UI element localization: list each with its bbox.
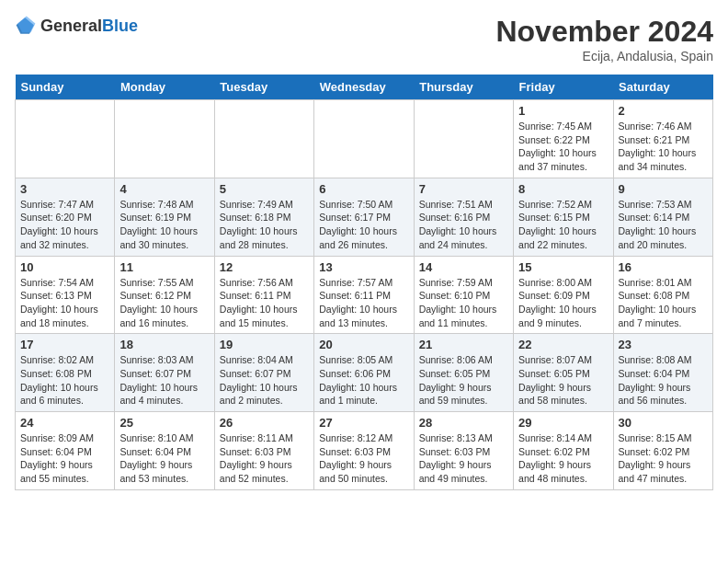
day-number: 21	[419, 338, 508, 351]
day-cell: 1Sunrise: 7:45 AM Sunset: 6:22 PM Daylig…	[514, 100, 613, 178]
day-number: 22	[518, 338, 608, 351]
day-cell: 17Sunrise: 8:02 AM Sunset: 6:08 PM Dayli…	[16, 334, 115, 412]
day-cell: 4Sunrise: 7:48 AM Sunset: 6:19 PM Daylig…	[115, 178, 214, 256]
day-cell: 23Sunrise: 8:08 AM Sunset: 6:04 PM Dayli…	[613, 334, 712, 412]
weekday-header-tuesday: Tuesday	[214, 75, 313, 100]
weekday-header-thursday: Thursday	[414, 75, 513, 100]
weekday-header-sunday: Sunday	[16, 75, 115, 100]
day-info: Sunrise: 8:09 AM Sunset: 6:04 PM Dayligh…	[20, 431, 109, 486]
day-info: Sunrise: 7:49 AM Sunset: 6:18 PM Dayligh…	[220, 198, 309, 252]
day-number: 19	[220, 338, 309, 351]
day-cell: 8Sunrise: 7:52 AM Sunset: 6:15 PM Daylig…	[514, 178, 613, 256]
day-info: Sunrise: 8:15 AM Sunset: 6:02 PM Dayligh…	[619, 431, 708, 486]
day-number: 15	[518, 260, 608, 274]
day-cell: 30Sunrise: 8:15 AM Sunset: 6:02 PM Dayli…	[613, 412, 712, 490]
day-number: 24	[20, 416, 109, 430]
weekday-header-saturday: Saturday	[613, 75, 712, 100]
weekday-header-monday: Monday	[115, 75, 214, 100]
day-info: Sunrise: 7:47 AM Sunset: 6:20 PM Dayligh…	[20, 198, 109, 252]
day-number: 26	[220, 416, 309, 430]
day-number: 18	[119, 338, 209, 351]
day-cell: 21Sunrise: 8:06 AM Sunset: 6:05 PM Dayli…	[414, 334, 513, 412]
day-number: 30	[619, 416, 708, 430]
day-number: 28	[419, 416, 508, 430]
day-info: Sunrise: 7:54 AM Sunset: 6:13 PM Dayligh…	[20, 276, 109, 330]
day-info: Sunrise: 7:59 AM Sunset: 6:10 PM Dayligh…	[419, 276, 508, 330]
calendar-table: SundayMondayTuesdayWednesdayThursdayFrid…	[15, 75, 713, 490]
day-number: 20	[319, 338, 408, 351]
day-cell	[314, 100, 414, 178]
week-row-1: 1Sunrise: 7:45 AM Sunset: 6:22 PM Daylig…	[16, 100, 713, 178]
day-cell: 9Sunrise: 7:53 AM Sunset: 6:14 PM Daylig…	[613, 178, 712, 256]
day-cell: 14Sunrise: 7:59 AM Sunset: 6:10 PM Dayli…	[414, 256, 513, 334]
weekday-header-friday: Friday	[514, 75, 613, 100]
day-cell: 18Sunrise: 8:03 AM Sunset: 6:07 PM Dayli…	[115, 334, 214, 412]
day-info: Sunrise: 8:11 AM Sunset: 6:03 PM Dayligh…	[220, 431, 309, 486]
day-info: Sunrise: 8:12 AM Sunset: 6:03 PM Dayligh…	[319, 431, 408, 486]
main-title: November 2024	[495, 15, 713, 49]
logo-text: GeneralBlue	[40, 17, 138, 36]
day-cell: 26Sunrise: 8:11 AM Sunset: 6:03 PM Dayli…	[214, 412, 313, 490]
day-info: Sunrise: 7:50 AM Sunset: 6:17 PM Dayligh…	[319, 198, 408, 252]
day-number: 4	[119, 182, 209, 196]
day-number: 5	[220, 182, 309, 196]
day-cell: 6Sunrise: 7:50 AM Sunset: 6:17 PM Daylig…	[314, 178, 414, 256]
day-cell: 7Sunrise: 7:51 AM Sunset: 6:16 PM Daylig…	[414, 178, 513, 256]
day-number: 27	[319, 416, 408, 430]
day-info: Sunrise: 8:03 AM Sunset: 6:07 PM Dayligh…	[119, 353, 209, 408]
title-block: November 2024 Ecija, Andalusia, Spain	[495, 15, 713, 63]
day-cell: 3Sunrise: 7:47 AM Sunset: 6:20 PM Daylig…	[16, 178, 115, 256]
logo-general: General	[40, 17, 102, 35]
day-number: 7	[419, 182, 508, 196]
day-number: 10	[20, 260, 109, 274]
day-cell	[115, 100, 214, 178]
day-cell: 25Sunrise: 8:10 AM Sunset: 6:04 PM Dayli…	[115, 412, 214, 490]
day-number: 12	[220, 260, 309, 274]
day-info: Sunrise: 8:14 AM Sunset: 6:02 PM Dayligh…	[518, 431, 608, 486]
day-info: Sunrise: 7:53 AM Sunset: 6:14 PM Dayligh…	[619, 198, 708, 252]
day-number: 29	[518, 416, 608, 430]
day-cell: 29Sunrise: 8:14 AM Sunset: 6:02 PM Dayli…	[514, 412, 613, 490]
day-cell: 2Sunrise: 7:46 AM Sunset: 6:21 PM Daylig…	[613, 100, 712, 178]
day-cell: 12Sunrise: 7:56 AM Sunset: 6:11 PM Dayli…	[214, 256, 313, 334]
day-info: Sunrise: 7:56 AM Sunset: 6:11 PM Dayligh…	[220, 276, 309, 330]
day-number: 9	[619, 182, 708, 196]
day-info: Sunrise: 8:07 AM Sunset: 6:05 PM Dayligh…	[518, 353, 608, 408]
week-row-2: 3Sunrise: 7:47 AM Sunset: 6:20 PM Daylig…	[16, 178, 713, 256]
day-number: 13	[319, 260, 408, 274]
day-cell: 24Sunrise: 8:09 AM Sunset: 6:04 PM Dayli…	[16, 412, 115, 490]
day-number: 11	[119, 260, 209, 274]
day-cell: 19Sunrise: 8:04 AM Sunset: 6:07 PM Dayli…	[214, 334, 313, 412]
day-info: Sunrise: 7:48 AM Sunset: 6:19 PM Dayligh…	[119, 198, 209, 252]
day-info: Sunrise: 8:02 AM Sunset: 6:08 PM Dayligh…	[20, 353, 109, 408]
day-info: Sunrise: 8:04 AM Sunset: 6:07 PM Dayligh…	[220, 353, 309, 408]
day-info: Sunrise: 7:57 AM Sunset: 6:11 PM Dayligh…	[319, 276, 408, 330]
day-info: Sunrise: 8:01 AM Sunset: 6:08 PM Dayligh…	[619, 276, 708, 330]
week-row-5: 24Sunrise: 8:09 AM Sunset: 6:04 PM Dayli…	[16, 412, 713, 490]
day-cell: 11Sunrise: 7:55 AM Sunset: 6:12 PM Dayli…	[115, 256, 214, 334]
day-number: 1	[518, 104, 608, 118]
day-info: Sunrise: 7:45 AM Sunset: 6:22 PM Dayligh…	[518, 120, 608, 174]
day-info: Sunrise: 8:13 AM Sunset: 6:03 PM Dayligh…	[419, 431, 508, 486]
week-row-4: 17Sunrise: 8:02 AM Sunset: 6:08 PM Dayli…	[16, 334, 713, 412]
day-cell	[414, 100, 513, 178]
day-cell: 10Sunrise: 7:54 AM Sunset: 6:13 PM Dayli…	[16, 256, 115, 334]
day-cell	[214, 100, 313, 178]
day-number: 8	[518, 182, 608, 196]
day-cell: 20Sunrise: 8:05 AM Sunset: 6:06 PM Dayli…	[314, 334, 414, 412]
page-header: GeneralBlue November 2024 Ecija, Andalus…	[15, 15, 713, 63]
logo: GeneralBlue	[15, 15, 138, 37]
day-cell: 13Sunrise: 7:57 AM Sunset: 6:11 PM Dayli…	[314, 256, 414, 334]
day-number: 16	[619, 260, 708, 274]
day-info: Sunrise: 7:51 AM Sunset: 6:16 PM Dayligh…	[419, 198, 508, 252]
day-cell: 22Sunrise: 8:07 AM Sunset: 6:05 PM Dayli…	[514, 334, 613, 412]
day-info: Sunrise: 8:00 AM Sunset: 6:09 PM Dayligh…	[518, 276, 608, 330]
day-cell: 16Sunrise: 8:01 AM Sunset: 6:08 PM Dayli…	[613, 256, 712, 334]
day-number: 17	[20, 338, 109, 351]
day-number: 6	[319, 182, 408, 196]
subtitle: Ecija, Andalusia, Spain	[495, 49, 713, 63]
day-number: 3	[20, 182, 109, 196]
day-number: 2	[619, 104, 708, 118]
logo-blue: Blue	[102, 17, 138, 35]
day-cell: 5Sunrise: 7:49 AM Sunset: 6:18 PM Daylig…	[214, 178, 313, 256]
